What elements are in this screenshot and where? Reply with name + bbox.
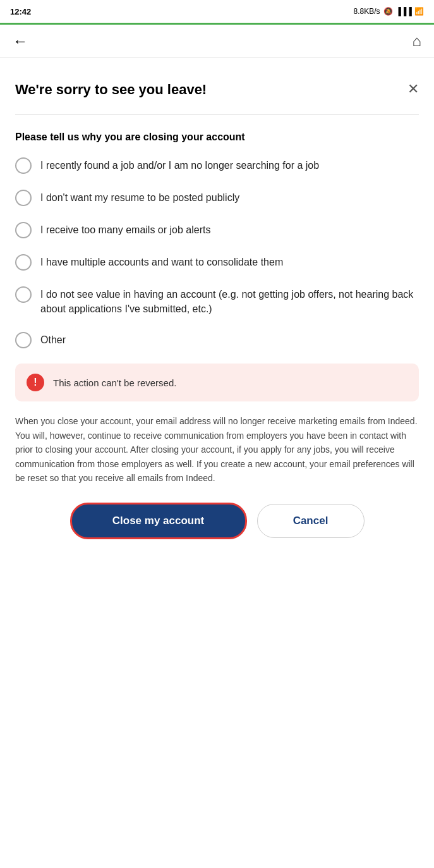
status-right-icons: 8.8KB/s 🔕 ▐▐▐ 📶 <box>353 7 424 16</box>
back-button[interactable]: ← <box>13 32 28 50</box>
radio-option-6[interactable]: Other <box>15 331 419 348</box>
radio-circle-6[interactable] <box>15 332 32 348</box>
signal-icon: ▐▐▐ <box>395 7 412 16</box>
radio-label-4: I have multiple accounts and want to con… <box>40 254 283 269</box>
nav-divider <box>0 58 434 58</box>
status-bar: 12:42 8.8KB/s 🔕 ▐▐▐ 📶 <box>0 0 434 23</box>
home-button[interactable]: ⌂ <box>413 32 422 50</box>
radio-circle-5[interactable] <box>15 286 32 303</box>
radio-option-5[interactable]: I do not see value in having an account … <box>15 286 419 316</box>
warning-box: ! This action can't be reversed. <box>15 364 419 401</box>
bell-icon: 🔕 <box>383 7 393 16</box>
radio-circle-2[interactable] <box>15 190 32 206</box>
radio-label-3: I receive too many emails or job alerts <box>40 221 210 237</box>
radio-circle-4[interactable] <box>15 254 32 271</box>
warning-icon: ! <box>27 374 44 391</box>
radio-option-3[interactable]: I receive too many emails or job alerts <box>15 221 419 238</box>
radio-label-6: Other <box>40 331 66 347</box>
warning-text: This action can't be reversed. <box>53 377 176 388</box>
nav-bar: ← ⌂ <box>0 25 434 58</box>
radio-label-1: I recently found a job and/or I am no lo… <box>40 157 319 173</box>
radio-circle-3[interactable] <box>15 222 32 238</box>
close-button[interactable]: ✕ <box>407 82 419 96</box>
radio-label-2: I don't want my resume to be posted publ… <box>40 189 239 205</box>
wifi-icon: 📶 <box>414 7 424 16</box>
radio-circle-1[interactable] <box>15 157 32 174</box>
radio-option-4[interactable]: I have multiple accounts and want to con… <box>15 254 419 271</box>
radio-option-1[interactable]: I recently found a job and/or I am no lo… <box>15 157 419 174</box>
page-title: We're sorry to see you leave! <box>15 81 407 99</box>
close-account-button[interactable]: Close my account <box>70 503 247 539</box>
radio-option-2[interactable]: I don't want my resume to be posted publ… <box>15 189 419 206</box>
button-row: Close my account Cancel <box>15 503 419 539</box>
status-icons: 🔕 ▐▐▐ 📶 <box>383 7 424 16</box>
section-divider <box>15 114 419 115</box>
page-title-section: We're sorry to see you leave! ✕ <box>15 81 419 99</box>
question-label: Please tell us why you are closing your … <box>15 130 419 144</box>
description-text: When you close your account, your email … <box>15 414 419 485</box>
status-time: 12:42 <box>10 7 31 16</box>
radio-label-5: I do not see value in having an account … <box>40 286 419 316</box>
main-content: We're sorry to see you leave! ✕ Please t… <box>0 71 434 554</box>
cancel-button[interactable]: Cancel <box>257 504 365 538</box>
network-speed: 8.8KB/s <box>353 7 380 16</box>
